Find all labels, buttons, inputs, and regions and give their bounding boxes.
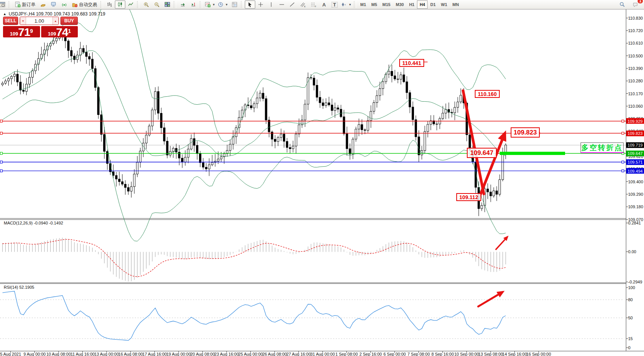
timeframe-button-D1[interactable]: D1 xyxy=(428,0,438,9)
turning-point-label[interactable]: 多空转折点 xyxy=(581,142,624,153)
macd-tick-label: -0.2949 xyxy=(628,280,642,284)
price-tag-109.823: 109.823 xyxy=(626,130,644,136)
tile-windows-icon[interactable] xyxy=(162,0,173,9)
sell-button[interactable]: SELL xyxy=(3,17,18,25)
one-click-toggle-icon[interactable]: ▲ xyxy=(3,12,6,16)
rsi-arrow-up[interactable] xyxy=(478,292,502,306)
hline-handle[interactable] xyxy=(622,170,624,172)
equidistant-channel-tool-button[interactable]: E xyxy=(298,0,308,9)
price-tick-label: 110.390 xyxy=(628,66,643,71)
time-axis-label: 5 Aug 2021 xyxy=(0,352,21,356)
notifications-button[interactable]: 1 xyxy=(630,0,641,9)
support-zone-band[interactable] xyxy=(500,152,565,155)
vertical-line-tool-button[interactable] xyxy=(266,0,276,9)
signals-icon[interactable] xyxy=(59,0,69,9)
hline-handle[interactable] xyxy=(0,170,3,172)
macd-arrow-up[interactable] xyxy=(496,237,507,250)
timeframe-button-M30[interactable]: M30 xyxy=(393,0,406,9)
buy-price-prefix: 109 xyxy=(48,30,56,37)
label-tool-label: T xyxy=(332,2,338,8)
terminal-icon[interactable] xyxy=(48,0,59,9)
price-annotation-110.160[interactable]: 110.160 xyxy=(475,90,500,98)
trend-arrow-up[interactable] xyxy=(480,134,505,195)
auto-trading-button[interactable]: 自动交易 xyxy=(69,0,99,9)
macd-tick-label: 0.2841 xyxy=(628,221,641,225)
crosshair-tool-button[interactable] xyxy=(255,0,266,9)
hline-handle[interactable] xyxy=(622,132,624,135)
price-annotation-109.112[interactable]: 109.112 xyxy=(456,193,481,201)
search-icon[interactable] xyxy=(617,0,627,9)
time-axis-label: 23 Aug 16:00 xyxy=(215,352,239,356)
hline-handle[interactable] xyxy=(0,132,3,135)
price-annotation-109.823[interactable]: 109.823 xyxy=(511,127,540,138)
timeframe-button-M5[interactable]: M5 xyxy=(369,0,380,9)
hline-handle[interactable] xyxy=(622,120,624,122)
toolbar-separator xyxy=(200,1,202,8)
timeframe-button-MN[interactable]: MN xyxy=(450,0,462,9)
buy-price-sup: 1 xyxy=(68,26,71,36)
main-chart-canvas[interactable] xyxy=(0,0,644,356)
hline-handle[interactable] xyxy=(0,120,3,122)
trendline-tool-button[interactable] xyxy=(287,0,298,9)
sell-price-big: 71 xyxy=(18,27,30,37)
price-tag-109.929: 109.929 xyxy=(626,118,644,124)
auto-scroll-icon[interactable] xyxy=(178,0,188,9)
buy-price-display[interactable]: 109 74 1 xyxy=(41,26,78,37)
time-axis-label: 25 Aug 00:00 xyxy=(238,352,263,356)
new-order-button[interactable]: 新订单 xyxy=(12,0,38,9)
rsi-label: RSI(14) 52.1905 xyxy=(4,285,34,289)
toolbar-separator xyxy=(100,1,103,8)
price-tag-109.647: 109.647 xyxy=(626,150,644,156)
arrows-tool-button[interactable]: ▼ xyxy=(340,0,353,9)
bar-chart-type-icon[interactable] xyxy=(104,0,115,9)
price-annotation-109.647[interactable]: 109.647 xyxy=(467,148,497,158)
templates-icon[interactable] xyxy=(229,0,240,9)
time-axis-label: 27 Aug 16:00 xyxy=(286,352,311,356)
volume-stepper: ▼ 1.00 ▲ xyxy=(20,17,59,25)
periods-menu-button[interactable]: ▼ xyxy=(216,0,229,9)
time-axis-label: 16 Aug 08:00 xyxy=(118,352,143,356)
price-tick-label: 109.400 xyxy=(628,180,643,184)
hline-handle[interactable] xyxy=(0,161,3,163)
price-tick-label: 109.290 xyxy=(628,192,643,197)
volume-increase-button[interactable]: ▲ xyxy=(53,17,59,25)
history-center-icon[interactable] xyxy=(38,0,48,9)
volume-field[interactable]: 1.00 xyxy=(26,17,53,25)
time-axis-label: 2 Sep 16:00 xyxy=(360,352,382,356)
toolbar: 新订单 自动交易 xyxy=(0,0,644,9)
chart-window-icon[interactable] xyxy=(0,0,8,9)
timeframe-button-H4[interactable]: H4 xyxy=(417,0,428,9)
buy-button[interactable]: BUY xyxy=(60,17,78,25)
text-tool-button[interactable]: A xyxy=(319,0,329,9)
fibonacci-tool-button[interactable]: F xyxy=(308,0,319,9)
volume-decrease-button[interactable]: ▼ xyxy=(20,17,26,25)
indicators-menu-button[interactable]: ▼ xyxy=(204,0,216,9)
channel-sub-label: E xyxy=(304,5,306,8)
hline-handle[interactable] xyxy=(0,152,3,155)
timeframe-button-M15[interactable]: M15 xyxy=(380,0,393,9)
hline-handle[interactable] xyxy=(622,161,624,163)
symbol-header: ▲ USDJPY-,H4 109.700 109.743 109.683 109… xyxy=(3,11,105,17)
trend-arrow-down[interactable] xyxy=(463,91,484,194)
text-label-tool-button[interactable]: T xyxy=(329,0,340,9)
zoom-out-icon[interactable] xyxy=(151,0,162,9)
timeframe-toolbar: M1M5M15M30H1H4D1W1MN xyxy=(358,0,462,9)
horizontal-line-tool-button[interactable] xyxy=(276,0,287,9)
zoom-in-icon[interactable] xyxy=(141,0,151,9)
rsi-tick-label: 100 xyxy=(628,285,635,290)
price-tick-label: 110.170 xyxy=(628,91,643,96)
candlestick-chart-type-icon[interactable] xyxy=(115,0,125,9)
time-axis-label: 13 Sep 08:00 xyxy=(478,352,503,356)
line-chart-type-icon[interactable] xyxy=(125,0,136,9)
cursor-tool-button[interactable] xyxy=(245,0,255,9)
chart-shift-icon[interactable] xyxy=(188,0,199,9)
sell-price-display[interactable]: 109 71 9 xyxy=(3,26,40,37)
trade-panel-top-row: SELL ▼ 1.00 ▲ BUY xyxy=(3,17,78,25)
one-click-trading-panel: SELL ▼ 1.00 ▲ BUY 109 71 9 109 74 1 xyxy=(3,17,78,37)
time-axis-label: 19 Aug 00:00 xyxy=(166,352,191,356)
timeframe-button-H1[interactable]: H1 xyxy=(406,0,417,9)
timeframe-button-W1[interactable]: W1 xyxy=(438,0,450,9)
price-annotation-110.441[interactable]: 110.441 xyxy=(399,59,424,67)
timeframe-button-M1[interactable]: M1 xyxy=(358,0,369,9)
price-tag-109.494: 109.494 xyxy=(626,168,644,174)
